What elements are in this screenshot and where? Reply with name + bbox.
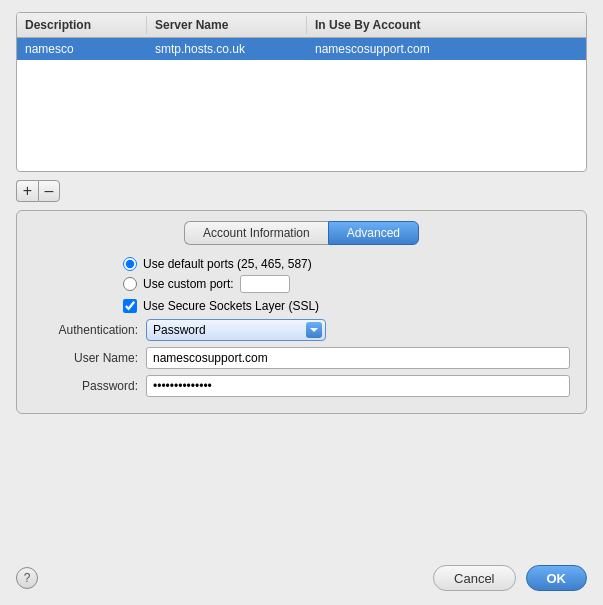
- default-ports-row: Use default ports (25, 465, 587): [123, 257, 312, 271]
- custom-port-input[interactable]: [240, 275, 290, 293]
- username-field: User Name:: [33, 347, 570, 369]
- cell-server: smtp.hosts.co.uk: [147, 40, 307, 58]
- add-server-button[interactable]: +: [16, 180, 38, 202]
- custom-port-row: Use custom port:: [123, 275, 312, 293]
- table-body: namesco smtp.hosts.co.uk namescosupport.…: [17, 38, 586, 60]
- remove-server-button[interactable]: –: [38, 180, 60, 202]
- cell-description: namesco: [17, 40, 147, 58]
- username-label: User Name:: [33, 351, 138, 365]
- smtp-servers-table: Description Server Name In Use By Accoun…: [16, 12, 587, 172]
- ssl-checkbox[interactable]: [123, 299, 137, 313]
- cell-account: namescosupport.com: [307, 40, 586, 58]
- account-panel: Account Information Advanced Use default…: [16, 210, 587, 414]
- default-ports-label: Use default ports (25, 465, 587): [143, 257, 312, 271]
- default-ports-radio[interactable]: [123, 257, 137, 271]
- ssl-row: Use Secure Sockets Layer (SSL): [123, 299, 319, 313]
- password-field: Password:: [33, 375, 570, 397]
- tab-advanced[interactable]: Advanced: [328, 221, 419, 245]
- col-header-account: In Use By Account: [307, 16, 586, 34]
- password-label: Password:: [33, 379, 138, 393]
- auth-field: Authentication: Password None MD5 Challe…: [33, 319, 570, 341]
- auth-select[interactable]: Password None MD5 Challenge-Response NTL…: [146, 319, 326, 341]
- cancel-button[interactable]: Cancel: [433, 565, 515, 591]
- custom-port-radio[interactable]: [123, 277, 137, 291]
- tab-bar: Account Information Advanced: [33, 221, 570, 245]
- col-header-server: Server Name: [147, 16, 307, 34]
- tab-account-information[interactable]: Account Information: [184, 221, 328, 245]
- password-input[interactable]: [146, 375, 570, 397]
- username-input[interactable]: [146, 347, 570, 369]
- custom-port-label: Use custom port:: [143, 277, 234, 291]
- advanced-form: Use default ports (25, 465, 587) Use cus…: [33, 257, 570, 397]
- ssl-label: Use Secure Sockets Layer (SSL): [143, 299, 319, 313]
- col-header-description: Description: [17, 16, 147, 34]
- toolbar: + –: [0, 172, 603, 210]
- table-row[interactable]: namesco smtp.hosts.co.uk namescosupport.…: [17, 38, 586, 60]
- help-button[interactable]: ?: [16, 567, 38, 589]
- auth-select-wrapper: Password None MD5 Challenge-Response NTL…: [146, 319, 326, 341]
- dialog: Description Server Name In Use By Accoun…: [0, 0, 603, 605]
- auth-label: Authentication:: [33, 323, 138, 337]
- port-radio-group: Use default ports (25, 465, 587) Use cus…: [123, 257, 312, 293]
- table-header: Description Server Name In Use By Accoun…: [17, 13, 586, 38]
- bottom-bar: ? Cancel OK: [0, 551, 603, 605]
- ok-button[interactable]: OK: [526, 565, 588, 591]
